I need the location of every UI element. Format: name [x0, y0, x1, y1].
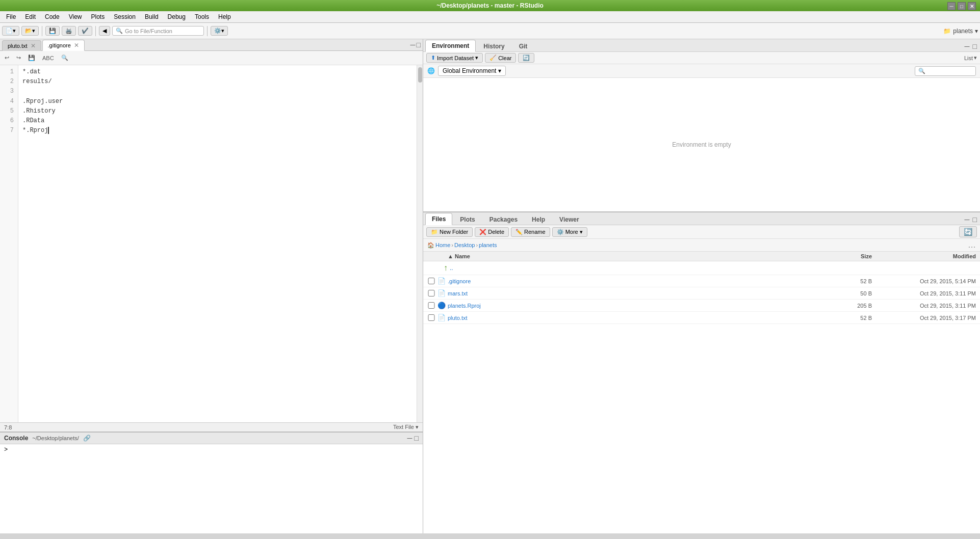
editor-scrollbar[interactable]: [417, 65, 423, 422]
breadcrumb-planets[interactable]: planets: [479, 242, 497, 248]
breadcrumb-desktop[interactable]: Desktop: [454, 242, 475, 248]
tab-pluto-close[interactable]: ✕: [31, 42, 36, 49]
menu-file[interactable]: File: [2, 12, 20, 21]
menu-plots[interactable]: Plots: [87, 12, 109, 21]
env-maximize-button[interactable]: □: [972, 42, 978, 50]
new-folder-button[interactable]: 📁 New Folder: [426, 227, 473, 237]
file-checkbox-pluto[interactable]: [427, 314, 435, 321]
print-button[interactable]: 🖨️: [62, 26, 76, 36]
menu-debug[interactable]: Debug: [164, 12, 190, 21]
close-button[interactable]: ✕: [968, 2, 976, 10]
main-toolbar: 📄▾ 📂▾ 💾 🖨️ ✔️ ◀ 🔍 Go to File/Function ⚙️…: [0, 23, 980, 39]
code-line-2: results/: [22, 77, 412, 87]
tab-pluto-label: pluto.txt: [8, 43, 28, 49]
tab-git[interactable]: Git: [512, 40, 534, 52]
menu-view[interactable]: View: [65, 12, 86, 21]
env-search-box[interactable]: 🔍: [915, 66, 976, 76]
menu-edit[interactable]: Edit: [21, 12, 40, 21]
clear-environment-button[interactable]: 🧹 Clear: [485, 53, 516, 63]
tab-history[interactable]: History: [477, 40, 511, 52]
modified-column-header[interactable]: Modified: [874, 253, 976, 259]
file-checkbox-rproj[interactable]: [427, 302, 435, 309]
menu-build[interactable]: Build: [141, 12, 163, 21]
files-maximize-button[interactable]: □: [972, 215, 978, 224]
new-folder-label: New Folder: [440, 229, 468, 235]
editor-minimize-button[interactable]: ─: [410, 41, 416, 49]
env-panel-controls: ─ □: [964, 42, 978, 51]
code-content[interactable]: *.dat results/ .Rproj.user .Rhistory .RD…: [18, 65, 417, 422]
import-dataset-button[interactable]: ⬆ Import Dataset ▾: [426, 53, 483, 63]
file-size-rproj: 205 B: [831, 303, 872, 309]
file-type-dropdown[interactable]: ▾: [416, 424, 419, 430]
name-column-header[interactable]: ▲ Name: [448, 253, 829, 259]
menu-help[interactable]: Help: [214, 12, 235, 21]
file-size-pluto: 52 B: [831, 315, 872, 321]
file-modified-pluto: Oct 29, 2015, 3:17 PM: [874, 315, 976, 321]
files-tab-bar: Files Plots Packages Help Viewer ─ □: [423, 212, 980, 225]
new-file-button[interactable]: 📄▾: [2, 26, 19, 36]
delete-button[interactable]: ❌ Delete: [475, 227, 509, 237]
editor-maximize-button[interactable]: □: [417, 41, 421, 49]
file-checkbox-mars[interactable]: [427, 290, 435, 297]
tab-gitignore[interactable]: .gitignore ✕: [42, 40, 85, 51]
git-button[interactable]: ⚙️▾: [211, 26, 228, 36]
new-folder-icon: 📁: [431, 229, 438, 235]
redo-button[interactable]: ↪: [14, 53, 23, 63]
maximize-button[interactable]: □: [958, 2, 966, 10]
goto-icon: 🔍: [116, 28, 123, 34]
spell-check-button[interactable]: ABC: [40, 53, 57, 63]
tab-help[interactable]: Help: [525, 213, 552, 225]
rename-label: Rename: [524, 229, 546, 235]
back-button[interactable]: ◀: [99, 26, 110, 36]
breadcrumb-sep1: ›: [451, 242, 453, 248]
refresh-environment-button[interactable]: 🔄: [518, 53, 534, 63]
save-file-button[interactable]: 💾: [25, 53, 38, 63]
list-icon: ▾: [974, 55, 977, 61]
rename-button[interactable]: ✏️ Rename: [511, 227, 550, 237]
menu-tools[interactable]: Tools: [191, 12, 213, 21]
tab-viewer[interactable]: Viewer: [553, 213, 585, 225]
breadcrumb-home-icon[interactable]: 🏠: [427, 242, 434, 249]
breadcrumb-home[interactable]: Home: [435, 242, 450, 248]
tab-files[interactable]: Files: [425, 213, 452, 225]
goto-file-function[interactable]: 🔍 Go to File/Function: [112, 26, 204, 36]
save-button[interactable]: 💾: [45, 26, 60, 36]
size-column-header[interactable]: Size: [831, 253, 872, 259]
file-modified-gitignore: Oct 29, 2015, 5:14 PM: [874, 278, 976, 284]
console-prompt: >: [4, 446, 8, 453]
parent-directory-row[interactable]: ↑ ..: [423, 261, 980, 275]
undo-button[interactable]: ↩: [2, 53, 12, 63]
more-button[interactable]: ⚙️ More ▾: [552, 227, 587, 237]
file-name-rproj[interactable]: planets.Rproj: [448, 303, 829, 309]
file-name-mars[interactable]: mars.txt: [448, 290, 829, 297]
tab-environment[interactable]: Environment: [425, 40, 476, 52]
file-name-gitignore[interactable]: .gitignore: [448, 278, 829, 284]
open-file-button[interactable]: 📂▾: [21, 26, 39, 36]
tab-gitignore-close[interactable]: ✕: [74, 42, 79, 49]
console-maximize-button[interactable]: □: [415, 434, 419, 442]
global-env-selector[interactable]: Global Environment ▾: [438, 66, 506, 76]
check-button[interactable]: ✔️: [78, 26, 92, 36]
project-dropdown-icon[interactable]: ▾: [975, 28, 978, 35]
tab-plots[interactable]: Plots: [453, 213, 481, 225]
file-row-mars: 📄 mars.txt 50 B Oct 29, 2015, 3:11 PM: [423, 287, 980, 300]
search-button[interactable]: 🔍: [59, 53, 71, 63]
console-link-icon[interactable]: 🔗: [83, 435, 91, 442]
menu-code[interactable]: Code: [41, 12, 64, 21]
tab-packages[interactable]: Packages: [483, 213, 524, 225]
list-view-button[interactable]: List ▾: [964, 55, 977, 61]
menu-session[interactable]: Session: [110, 12, 140, 21]
console-content[interactable]: >: [0, 444, 423, 533]
file-checkbox-gitignore[interactable]: [427, 278, 435, 284]
console-title: Console: [4, 435, 28, 442]
toolbar-sep1: [42, 26, 42, 36]
env-minimize-button[interactable]: ─: [964, 42, 971, 50]
file-name-pluto[interactable]: pluto.txt: [448, 315, 829, 321]
breadcrumb-more-button[interactable]: …: [968, 240, 976, 250]
minimize-button[interactable]: ─: [947, 2, 956, 10]
files-refresh-button[interactable]: 🔄: [959, 226, 977, 237]
console-minimize-button[interactable]: ─: [407, 434, 412, 442]
tab-pluto-txt[interactable]: pluto.txt ✕: [2, 40, 41, 51]
files-minimize-button[interactable]: ─: [964, 215, 971, 224]
file-icon-rproj: 🔵: [437, 302, 446, 309]
